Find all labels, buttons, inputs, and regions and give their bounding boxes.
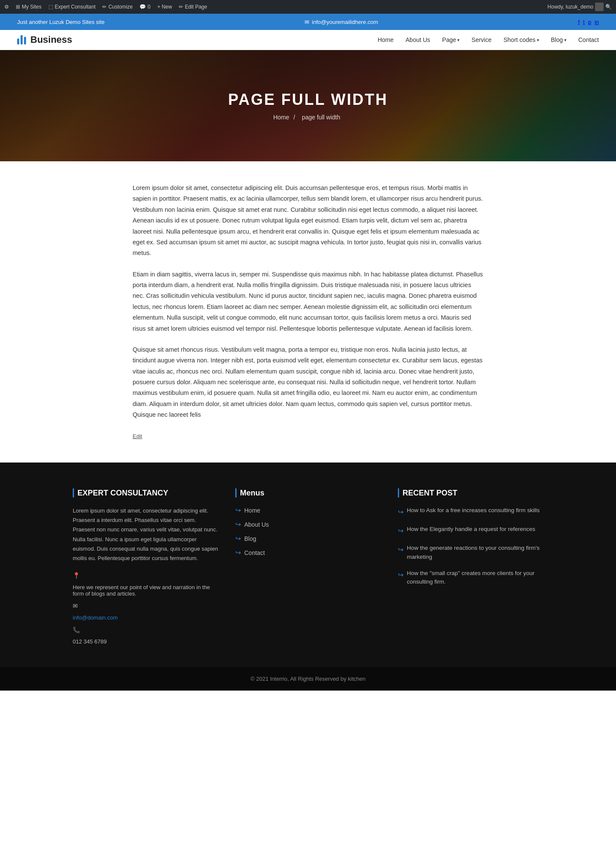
footer-col2-title: Menus xyxy=(235,488,381,498)
site-tagline: Just another Luzuk Demo Sites site xyxy=(17,19,105,25)
hero-title: PAGE FULL WIDTH xyxy=(228,91,388,109)
expert-consultant-menu[interactable]: ⬚ Expert Consultant xyxy=(48,4,95,10)
location-icon: 📍 xyxy=(73,572,80,579)
comments-menu[interactable]: 💬 0 xyxy=(139,4,151,10)
admin-bar: ⚙ ⊞ My Sites ⬚ Expert Consultant ✏ Custo… xyxy=(0,0,616,14)
main-content: Lorem ipsum dolor sit amet, consectetur … xyxy=(0,183,616,441)
footer-bottom: © 2021 Interrio, All Rights Reserved by … xyxy=(0,667,616,691)
expert-consultant-label: Expert Consultant xyxy=(55,4,95,10)
wp-logo[interactable]: ⚙ xyxy=(4,4,9,10)
footer-menu-contact: ↪ Contact xyxy=(235,549,381,557)
new-menu[interactable]: + New xyxy=(157,4,172,10)
logo-icon xyxy=(17,35,26,44)
my-sites-menu[interactable]: ⊞ My Sites xyxy=(16,4,41,10)
copyright-text: © 2021 Interrio, All Rights Reserved by … xyxy=(251,676,366,682)
nav-shortcodes[interactable]: Short codes xyxy=(503,36,539,43)
menu-arrow-home: ↪ xyxy=(235,506,241,514)
footer-email-item: ✉ xyxy=(73,602,218,609)
comments-icon: 💬 xyxy=(139,4,146,10)
menu-arrow-blog: ↪ xyxy=(235,534,241,543)
footer-col3-title: RECENT POST xyxy=(398,488,543,498)
edit-link[interactable]: Edit xyxy=(133,433,142,439)
footer-phone: 012 345 6789 xyxy=(73,638,107,645)
email-section: ✉ info@youremailidhere.com xyxy=(305,19,378,25)
wp-icon: ⚙ xyxy=(4,4,9,10)
paragraph-3: Quisque sit amet rhoncus risus. Vestibul… xyxy=(133,344,483,421)
footer-email-link[interactable]: info@domain.com xyxy=(73,614,118,621)
email-icon: ✉ xyxy=(305,19,309,25)
my-sites-icon: ⊞ xyxy=(16,4,20,10)
paragraph-1: Lorem ipsum dolor sit amet, consectetur … xyxy=(133,183,483,259)
instagram-link[interactable]: in xyxy=(595,19,599,25)
email-address: info@youremailidhere.com xyxy=(312,19,378,25)
user-avatar xyxy=(595,3,604,11)
address-desc: Here we represent our point of view and … xyxy=(73,584,218,597)
site-logo[interactable]: Business xyxy=(17,34,72,45)
footer-menu-blog-link[interactable]: Blog xyxy=(244,535,256,542)
nav-about[interactable]: About Us xyxy=(406,36,430,43)
edit-icon: ✏ xyxy=(179,4,183,10)
recent-post-3-link[interactable]: How the generate reactions to your consu… xyxy=(407,544,543,561)
footer-col-1: EXPERT CONSULTANCY Lorem ipsum dolor sit… xyxy=(73,488,218,650)
facebook-link[interactable]: f xyxy=(578,19,580,25)
footer-col-2: Menus ↪ Home ↪ About Us ↪ Blog ↪ Contact xyxy=(235,488,381,650)
recent-post-2-link[interactable]: How the Elegantly handle a request for r… xyxy=(407,525,535,534)
hero-content: PAGE FULL WIDTH Home / page full width xyxy=(228,91,388,121)
phone-icon: 📞 xyxy=(73,626,80,633)
search-admin-icon[interactable]: 🔍 xyxy=(605,4,612,10)
footer-address-item: 📍 xyxy=(73,572,218,579)
paragraph-2: Etiam in diam sagittis, viverra lacus in… xyxy=(133,269,483,334)
howdy-label: Howdy, luzuk_demo xyxy=(548,4,593,10)
post-icon-4: ↪ xyxy=(398,570,403,580)
customize-menu[interactable]: ✏ Customize xyxy=(102,4,133,10)
footer-col1-desc: Lorem ipsum dolor sit amet, consectetur … xyxy=(73,506,218,563)
menu-arrow-about: ↪ xyxy=(235,520,241,528)
footer-address-text: Here we represent our point of view and … xyxy=(73,584,218,597)
logo-bar-2 xyxy=(21,35,23,44)
recent-post-4: ↪ How the "small crap" creates more clie… xyxy=(398,569,543,587)
logo-bar-1 xyxy=(17,39,19,44)
recent-post-3: ↪ How the generate reactions to your con… xyxy=(398,544,543,561)
post-icon-3: ↪ xyxy=(398,545,403,555)
hero-banner: PAGE FULL WIDTH Home / page full width xyxy=(0,50,616,161)
nav-blog[interactable]: Blog xyxy=(551,36,566,43)
pinterest-link[interactable]: p xyxy=(588,19,591,25)
footer-email-text: info@domain.com xyxy=(73,614,218,621)
post-icon-1: ↪ xyxy=(398,507,403,517)
footer-phone-text: 012 345 6789 xyxy=(73,638,218,645)
comments-count: 0 xyxy=(148,4,151,10)
content-area: Lorem ipsum dolor sit amet, consectetur … xyxy=(116,183,500,441)
site-icon: ⬚ xyxy=(48,4,53,10)
edit-page-menu[interactable]: ✏ Edit Page xyxy=(179,4,207,10)
twitter-link[interactable]: t xyxy=(583,19,585,25)
footer-col1-title: EXPERT CONSULTANCY xyxy=(73,488,218,498)
footer-menu-list: ↪ Home ↪ About Us ↪ Blog ↪ Contact xyxy=(235,506,381,557)
footer-menu-home: ↪ Home xyxy=(235,506,381,514)
top-bar: Just another Luzuk Demo Sites site ✉ inf… xyxy=(0,14,616,30)
footer-menu-home-link[interactable]: Home xyxy=(244,507,260,514)
footer-menu-about-link[interactable]: About Us xyxy=(244,521,269,528)
footer-menu-contact-link[interactable]: Contact xyxy=(244,549,265,556)
social-links: f t p in xyxy=(578,19,599,25)
nav-home[interactable]: Home xyxy=(378,36,394,43)
nav-contact[interactable]: Contact xyxy=(578,36,599,43)
footer-menu-blog: ↪ Blog xyxy=(235,534,381,543)
recent-post-4-link[interactable]: How the "small crap" creates more client… xyxy=(407,569,543,587)
nav-page[interactable]: Page xyxy=(442,36,460,43)
recent-post-2: ↪ How the Elegantly handle a request for… xyxy=(398,525,543,536)
recent-post-1-link[interactable]: How to Ask for a free increases consulti… xyxy=(407,506,540,515)
logo-bar-3 xyxy=(24,37,26,44)
logo-text: Business xyxy=(30,34,72,45)
breadcrumb-separator: / xyxy=(293,114,295,121)
breadcrumb: Home / page full width xyxy=(228,114,388,121)
new-label: + New xyxy=(157,4,172,10)
nav-service[interactable]: Service xyxy=(471,36,492,43)
breadcrumb-current: page full width xyxy=(302,114,341,121)
customize-label: Customize xyxy=(108,4,133,10)
post-icon-2: ↪ xyxy=(398,526,403,536)
edit-page-label: Edit Page xyxy=(185,4,207,10)
breadcrumb-home[interactable]: Home xyxy=(273,114,289,121)
howdy-user[interactable]: Howdy, luzuk_demo 🔍 xyxy=(548,3,612,11)
main-nav: Home About Us Page Service Short codes B… xyxy=(378,36,599,43)
email-footer-icon: ✉ xyxy=(73,602,78,609)
